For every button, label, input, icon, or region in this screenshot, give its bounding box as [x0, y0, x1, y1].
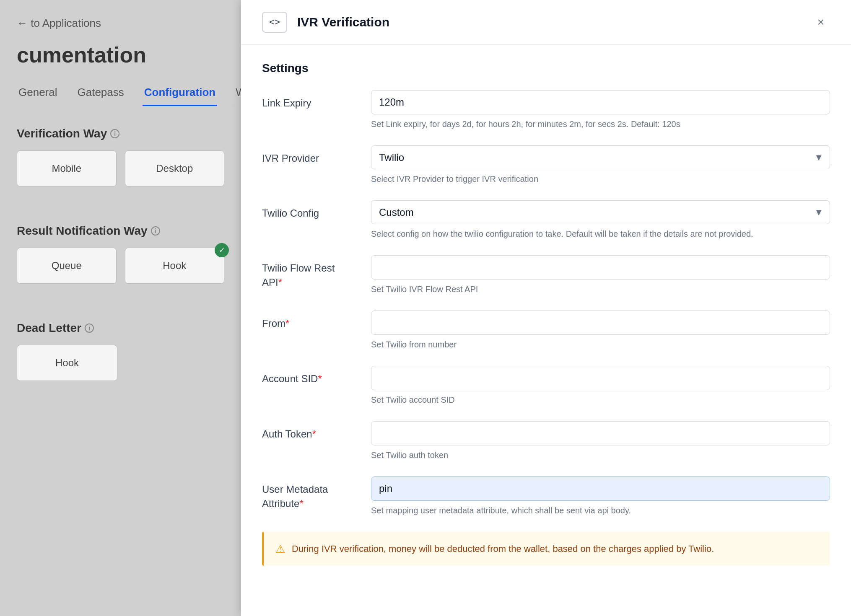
required-marker: * [285, 318, 289, 329]
page-title: cumentation [0, 42, 241, 80]
panel-content: Settings Link Expiry Set Link expiry, fo… [241, 45, 851, 616]
user-metadata-attribute-label: User Metadata Attribute* [262, 476, 354, 510]
warning-triangle-icon: ⚠ [275, 543, 285, 556]
mobile-option[interactable]: Mobile [17, 150, 117, 186]
required-marker: * [278, 277, 282, 288]
ivr-verification-panel: <> IVR Verification × Settings Link Expi… [241, 0, 851, 616]
verification-way-info-icon[interactable]: i [110, 129, 119, 138]
ivr-provider-select[interactable]: Twilio [371, 145, 830, 169]
back-link[interactable]: ← to Applications [0, 17, 241, 42]
twilio-config-row: Twilio Config Custom Default ▼ Select co… [262, 200, 830, 240]
code-icon: <> [262, 12, 287, 33]
twilio-config-select[interactable]: Custom Default [371, 200, 830, 224]
verification-way-section: Verification Way i Mobile Desktop [0, 106, 241, 203]
ivr-provider-select-wrapper: Twilio ▼ [371, 145, 830, 169]
account-sid-field: Set Twilio account SID [371, 366, 830, 406]
ivr-provider-hint: Select IVR Provider to trigger IVR verif… [371, 173, 830, 185]
tab-configuration[interactable]: Configuration [143, 80, 217, 106]
from-hint: Set Twilio from number [371, 338, 830, 351]
twilio-config-select-wrapper: Custom Default ▼ [371, 200, 830, 224]
twilio-flow-rest-api-label: Twilio Flow Rest API* [262, 255, 354, 289]
desktop-option[interactable]: Desktop [125, 150, 225, 186]
link-expiry-field: Set Link expiry, for days 2d, for hours … [371, 90, 830, 130]
tab-bar: General Gatepass Configuration Workflows [0, 80, 241, 106]
user-metadata-attribute-field: Set mapping user metadata attribute, whi… [371, 476, 830, 517]
from-label: From* [262, 311, 354, 331]
twilio-flow-rest-api-row: Twilio Flow Rest API* Set Twilio IVR Flo… [262, 255, 830, 295]
twilio-flow-rest-api-input[interactable] [371, 255, 830, 280]
hook-selected-badge: ✓ [215, 243, 229, 257]
account-sid-hint: Set Twilio account SID [371, 393, 830, 406]
auth-token-row: Auth Token* Set Twilio auth token [262, 421, 830, 461]
from-input[interactable] [371, 311, 830, 335]
twilio-flow-rest-api-field: Set Twilio IVR Flow Rest API [371, 255, 830, 295]
dead-letter-info-icon[interactable]: i [85, 324, 94, 333]
verification-way-options: Mobile Desktop [17, 150, 224, 186]
dead-letter-options: Hook [17, 345, 224, 381]
auth-token-input[interactable] [371, 421, 830, 445]
user-metadata-attribute-row: User Metadata Attribute* Set mapping use… [262, 476, 830, 517]
verification-way-title: Verification Way i [17, 127, 224, 140]
background-page: ← to Applications cumentation General Ga… [0, 0, 241, 616]
auth-token-label: Auth Token* [262, 421, 354, 441]
link-expiry-label: Link Expiry [262, 90, 354, 110]
account-sid-label: Account SID* [262, 366, 354, 386]
from-field: Set Twilio from number [371, 311, 830, 351]
twilio-config-label: Twilio Config [262, 200, 354, 220]
from-row: From* Set Twilio from number [262, 311, 830, 351]
ivr-provider-label: IVR Provider [262, 145, 354, 166]
link-expiry-row: Link Expiry Set Link expiry, for days 2d… [262, 90, 830, 130]
warning-text: During IVR verification, money will be d… [292, 542, 714, 556]
settings-heading: Settings [262, 62, 830, 75]
result-notification-info-icon[interactable]: i [151, 226, 160, 236]
auth-token-hint: Set Twilio auth token [371, 449, 830, 461]
result-notification-title: Result Notification Way i [17, 224, 224, 238]
ivr-provider-field: Twilio ▼ Select IVR Provider to trigger … [371, 145, 830, 185]
required-marker: * [318, 373, 322, 384]
twilio-flow-rest-api-hint: Set Twilio IVR Flow Rest API [371, 283, 830, 295]
account-sid-input[interactable] [371, 366, 830, 390]
link-expiry-hint: Set Link expiry, for days 2d, for hours … [371, 118, 830, 130]
panel-title: IVR Verification [297, 15, 802, 29]
close-button[interactable]: × [812, 13, 830, 31]
dead-letter-section: Dead Letter i Hook [0, 300, 241, 398]
dead-letter-title: Dead Letter i [17, 321, 224, 335]
required-marker: * [299, 498, 303, 509]
required-marker: * [312, 428, 316, 440]
warning-box: ⚠ During IVR verification, money will be… [262, 532, 830, 566]
twilio-config-field: Custom Default ▼ Select config on how th… [371, 200, 830, 240]
hook-option[interactable]: Hook ✓ [125, 248, 225, 284]
ivr-provider-row: IVR Provider Twilio ▼ Select IVR Provide… [262, 145, 830, 185]
user-metadata-attribute-hint: Set mapping user metadata attribute, whi… [371, 504, 830, 517]
twilio-config-hint: Select config on how the twilio configur… [371, 228, 830, 240]
result-notification-options: Queue Hook ✓ [17, 248, 224, 284]
account-sid-row: Account SID* Set Twilio account SID [262, 366, 830, 406]
dead-letter-hook-option[interactable]: Hook [17, 345, 117, 381]
tab-general[interactable]: General [17, 80, 59, 106]
auth-token-field: Set Twilio auth token [371, 421, 830, 461]
panel-header: <> IVR Verification × [241, 0, 851, 45]
result-notification-section: Result Notification Way i Queue Hook ✓ [0, 203, 241, 300]
link-expiry-input[interactable] [371, 90, 830, 114]
tab-gatepass[interactable]: Gatepass [76, 80, 126, 106]
user-metadata-attribute-input[interactable] [371, 476, 830, 501]
queue-option[interactable]: Queue [17, 248, 117, 284]
